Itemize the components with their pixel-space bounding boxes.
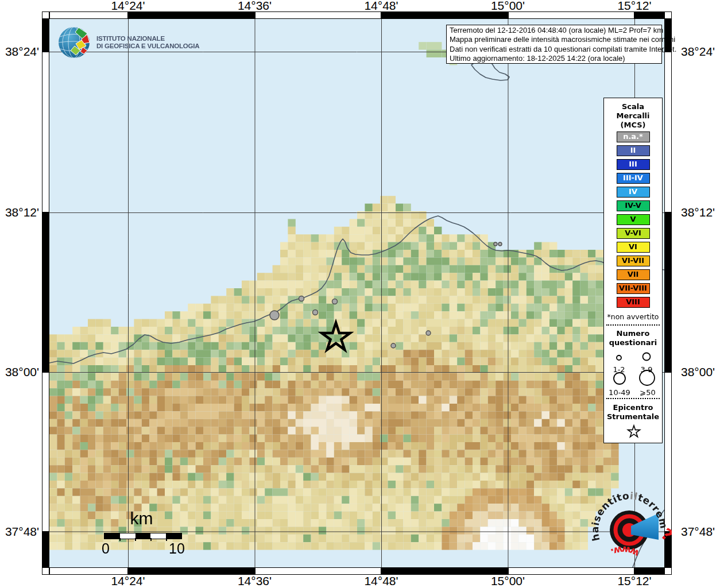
frame-segment bbox=[42, 11, 49, 19]
questionnaire-count-title: Numero questionari bbox=[604, 329, 662, 347]
intensity-chip-vi: VI bbox=[617, 242, 650, 253]
earthquake-info-box: Terremoto del 12-12-2016 04:48:40 (ora l… bbox=[446, 25, 662, 64]
axis-label-bottom: 14°36' bbox=[238, 574, 272, 588]
legend-panel: Scala Mercalli (MCS) n.a.*IIIIIIII-IVIVI… bbox=[603, 98, 663, 443]
size-circle-3-9 bbox=[643, 353, 651, 361]
size-circle-10-49 bbox=[614, 373, 625, 384]
intensity-chip-n.a.*: n.a.* bbox=[617, 131, 650, 142]
scale-bar-segments bbox=[104, 533, 182, 539]
axis-label-bottom: 14°24' bbox=[111, 574, 145, 588]
size-label: 1-2 bbox=[613, 365, 625, 374]
ingv-logo: ISTITUTO NAZIONALE DI GEOFISICA E VULCAN… bbox=[57, 26, 199, 59]
axis-label-bottom: 14°48' bbox=[364, 574, 398, 588]
size-label: 10-49 bbox=[609, 388, 630, 397]
frame-segment bbox=[664, 52, 672, 212]
size-circle-1-2 bbox=[617, 355, 621, 360]
axis-label-top: 14°24' bbox=[111, 0, 145, 13]
frame-segment bbox=[664, 11, 672, 19]
size-label: 3-9 bbox=[640, 365, 652, 374]
frame-segment bbox=[42, 52, 49, 212]
axis-label-right: 38°12' bbox=[681, 206, 715, 219]
ingv-globe-icon bbox=[57, 26, 91, 59]
axis-label-left: 38°00' bbox=[0, 365, 39, 379]
intensity-chip-iv: IV bbox=[617, 187, 650, 198]
frame-segment bbox=[42, 212, 49, 372]
intensity-chip-v: V bbox=[617, 214, 650, 225]
legend-title-line3: (MCS) bbox=[604, 121, 662, 130]
ingv-wordmark: ISTITUTO NAZIONALE DI GEOFISICA E VULCAN… bbox=[96, 35, 199, 51]
epicenter-legend-star bbox=[604, 423, 663, 443]
intensity-chip-vii: VII bbox=[617, 269, 650, 280]
ingv-line1: ISTITUTO NAZIONALE bbox=[96, 35, 199, 43]
numero-line2: questionari bbox=[604, 338, 662, 347]
intensity-chip-iii: III bbox=[617, 159, 650, 170]
axis-label-left: 38°12' bbox=[0, 206, 39, 219]
info-line-datasource: Dati non verificati estratti da 10 quest… bbox=[450, 45, 661, 54]
axis-label-top: 14°36' bbox=[238, 0, 272, 13]
intensity-chip-vii-viii: VII-VIII bbox=[617, 283, 650, 294]
frame-segment bbox=[42, 372, 49, 532]
frame-segment bbox=[508, 11, 635, 19]
axis-label-bottom: 15°12' bbox=[617, 574, 651, 588]
scale-bar-unit: km bbox=[102, 509, 181, 528]
wm-dot-it: .it bbox=[589, 489, 591, 491]
frame-segment bbox=[381, 11, 508, 19]
info-line-event: Terremoto del 12-12-2016 04:48:40 (ora l… bbox=[450, 26, 661, 35]
axis-label-top: 14°48' bbox=[364, 0, 398, 13]
size-label: ⩾50 bbox=[640, 388, 655, 397]
legend-title-line2: Mercalli bbox=[604, 111, 662, 121]
info-line-updated: Ultimo aggiornamento: 18-12-2025 14:22 (… bbox=[450, 54, 661, 63]
scale-bar-start: 0 bbox=[94, 540, 117, 557]
intensity-map-page: 14°24'14°36'14°48'15°00'15°12'14°24'14°3… bbox=[0, 0, 720, 588]
frame-segment bbox=[128, 567, 255, 575]
legend-divider-2 bbox=[606, 398, 660, 399]
frame-segment bbox=[128, 11, 255, 19]
axis-label-left: 38°24' bbox=[0, 45, 39, 59]
scale-bar-end: 10 bbox=[165, 540, 188, 557]
axis-label-right: 37°48' bbox=[681, 525, 715, 539]
numero-line1: Numero bbox=[604, 329, 662, 338]
axis-label-right: 38°00' bbox=[681, 365, 715, 379]
frame-segment bbox=[381, 567, 508, 575]
epicentro-line1: Epicentro bbox=[604, 403, 662, 412]
haisentitoilterremoto-watermark: haisentitoilterremoto.it www. ? bbox=[589, 489, 672, 571]
intensity-chip-vi-vii: VI-VII bbox=[617, 256, 650, 266]
ingv-line2: DI GEOFISICA E VULCANOLOGIA bbox=[96, 42, 199, 51]
frame-segment bbox=[255, 567, 382, 575]
axis-label-top: 15°12' bbox=[617, 0, 651, 13]
intensity-scale-chips: n.a.*IIIIIIII-IVIVIV-VVV-VIVIVI-VIIVIIVI… bbox=[604, 131, 662, 311]
axis-label-left: 37°48' bbox=[0, 525, 39, 539]
intensity-chip-v-vi: V-VI bbox=[617, 228, 650, 239]
axis-label-top: 15°00' bbox=[491, 0, 525, 13]
intensity-chip-iii-iv: III-IV bbox=[617, 173, 650, 184]
epicentro-line2: Strumentale bbox=[604, 412, 662, 421]
terrain-map-canvas bbox=[49, 19, 664, 567]
frame-segment bbox=[42, 19, 49, 52]
axis-label-right: 38°24' bbox=[681, 45, 715, 59]
info-line-maptype: Mappa preliminare delle intensità macros… bbox=[450, 35, 661, 44]
frame-segment bbox=[42, 567, 49, 575]
intensity-chip-iv-v: IV-V bbox=[617, 200, 650, 211]
legend-title: Scala Mercalli (MCS) bbox=[604, 102, 662, 130]
intensity-chip-viii: VIII bbox=[617, 297, 650, 308]
frame-segment bbox=[255, 11, 382, 19]
frame-segment bbox=[664, 212, 672, 372]
legend-divider-1 bbox=[606, 324, 660, 326]
legend-footnote: *non avvertito bbox=[604, 312, 662, 321]
legend-title-line1: Scala bbox=[604, 102, 662, 111]
intensity-chip-ii: II bbox=[617, 145, 650, 156]
frame-segment bbox=[42, 532, 49, 568]
axis-label-bottom: 15°00' bbox=[491, 574, 525, 588]
epicenter-legend-title: Epicentro Strumentale bbox=[604, 403, 662, 421]
